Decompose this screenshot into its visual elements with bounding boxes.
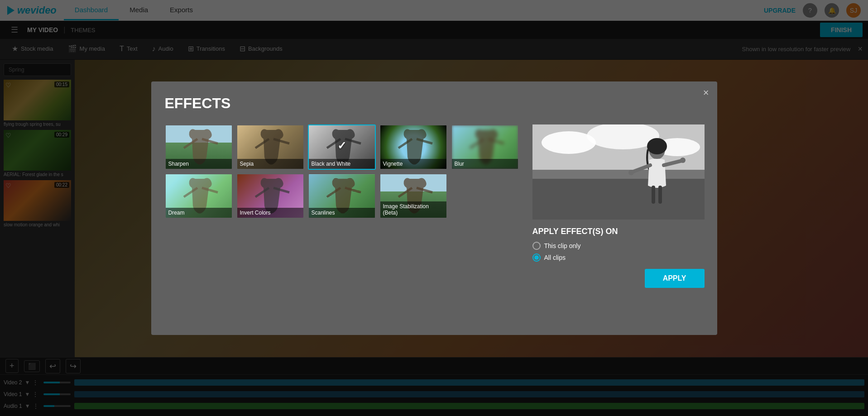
radio-label-all-clips: All clips	[544, 254, 566, 261]
effect-label: Blur	[452, 159, 518, 169]
radio-label-this-clip: This clip only	[544, 242, 581, 249]
effects-row-2: Dream Invert Colors	[165, 173, 519, 219]
effect-invert-colors[interactable]: Invert Colors	[236, 173, 304, 219]
preview-image-svg	[532, 124, 705, 220]
effect-dream[interactable]: Dream	[165, 173, 233, 219]
effect-blur[interactable]: Blur	[451, 124, 519, 170]
svg-rect-31	[658, 186, 662, 204]
effect-sepia[interactable]: Sepia	[236, 124, 304, 170]
effect-sharpen[interactable]: Sharpen	[165, 124, 233, 170]
close-button[interactable]: ×	[703, 88, 709, 98]
apply-effects-section: APPLY EFFECT(S) ON This clip only All cl…	[532, 227, 705, 262]
modal-title: EFFECTS	[165, 95, 704, 112]
effect-label: Scanlines	[309, 208, 375, 218]
effects-row-1: Sharpen Sepia	[165, 124, 519, 170]
effect-scanlines[interactable]: Scanlines	[308, 173, 376, 219]
effect-label: Sepia	[237, 159, 303, 169]
radio-circle-all-clips[interactable]	[532, 253, 541, 262]
svg-point-28	[628, 170, 634, 175]
effect-black-white[interactable]: ✓ Black and White	[308, 124, 376, 170]
apply-button[interactable]: APPLY	[645, 269, 705, 288]
effect-image-stabilization[interactable]: Image Stabilization (Beta)	[379, 173, 447, 219]
effect-label: Black and White	[309, 159, 375, 169]
effect-vignette[interactable]: Vignette	[379, 124, 447, 170]
selected-checkmark: ✓	[337, 139, 346, 152]
effects-grid-area: Sharpen Sepia	[165, 124, 519, 288]
effects-right-panel: APPLY EFFECT(S) ON This clip only All cl…	[532, 124, 705, 288]
svg-point-25	[647, 138, 667, 154]
effect-label: Invert Colors	[237, 208, 303, 218]
radio-all-clips[interactable]: All clips	[532, 253, 705, 262]
effect-label: Vignette	[380, 159, 446, 169]
svg-rect-30	[652, 186, 655, 204]
effect-label: Sharpen	[166, 159, 232, 169]
effects-grid: Sharpen Sepia	[165, 124, 519, 219]
apply-effects-title: APPLY EFFECT(S) ON	[532, 227, 705, 236]
radio-group: This clip only All clips	[532, 242, 705, 262]
preview-scene	[532, 124, 705, 220]
effects-modal: × EFFECTS	[151, 81, 717, 335]
svg-point-29	[680, 158, 686, 163]
svg-rect-23	[532, 179, 705, 220]
modal-content: Sharpen Sepia	[165, 124, 704, 288]
effect-label: Dream	[166, 208, 232, 218]
effect-label: Image Stabilization (Beta)	[380, 201, 446, 218]
radio-dot	[534, 255, 539, 260]
radio-circle-this-clip[interactable]	[532, 242, 541, 250]
modal-overlay: × EFFECTS	[0, 0, 868, 416]
radio-this-clip[interactable]: This clip only	[532, 242, 705, 250]
